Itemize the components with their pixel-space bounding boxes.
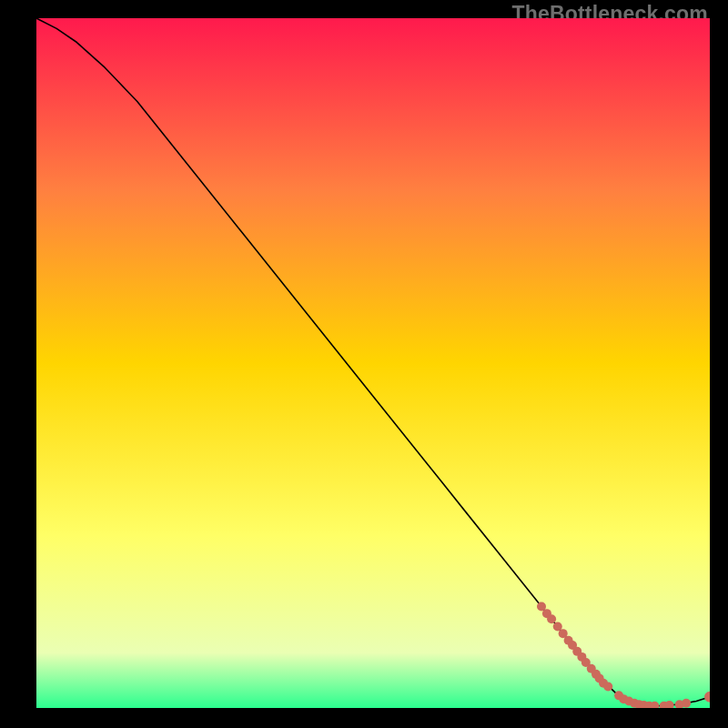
plot-area	[36, 18, 710, 708]
data-marker	[682, 699, 691, 708]
data-marker	[603, 682, 612, 692]
data-marker	[547, 614, 556, 623]
chart-stage: TheBottleneck.com	[0, 0, 728, 728]
gradient-background	[36, 18, 710, 708]
chart-svg	[36, 18, 710, 708]
